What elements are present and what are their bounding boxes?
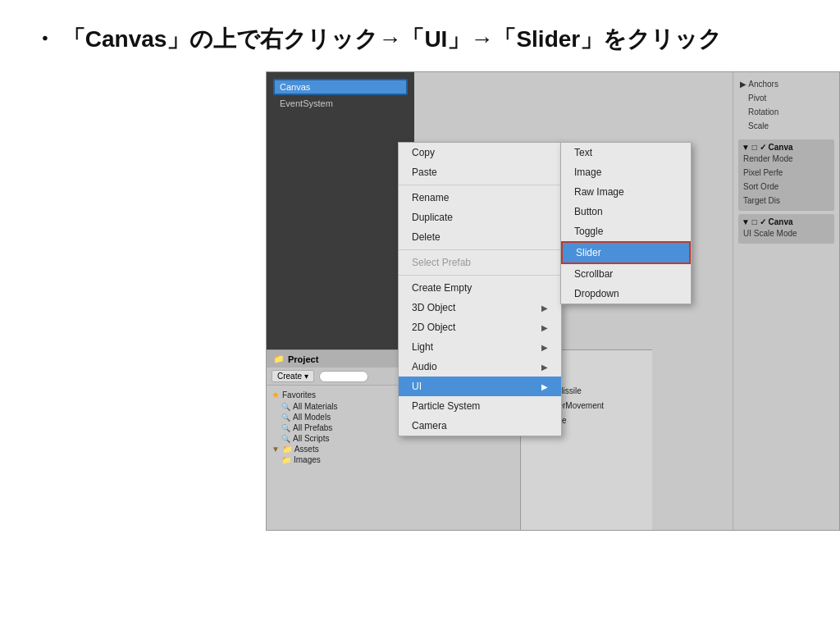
images-folder-icon: 📁 bbox=[281, 455, 291, 464]
light-item[interactable]: Light ▶ bbox=[399, 337, 561, 357]
ui-raw-image-item[interactable]: Raw Image bbox=[561, 182, 691, 202]
search-prefabs-icon: 🔍 bbox=[281, 424, 290, 432]
anchors-row: ▶ Anchors bbox=[738, 77, 834, 91]
separator-2 bbox=[399, 249, 561, 250]
arrow-3d: ▶ bbox=[541, 304, 548, 313]
assets-item[interactable]: ▼ 📁 Assets bbox=[270, 444, 517, 454]
folder-project-icon: 📁 bbox=[273, 354, 285, 364]
arrow-ui: ▶ bbox=[541, 382, 548, 391]
ui-scrollbar-item[interactable]: Scrollbar bbox=[561, 264, 691, 284]
ui-scale-row: UI Scale Mode bbox=[742, 226, 831, 240]
event-system-item[interactable]: EventSystem bbox=[273, 97, 408, 110]
scale-row: Scale bbox=[738, 119, 834, 133]
canvas-checkbox-2: ▼ □ bbox=[742, 217, 757, 226]
submenu-ui: Text Image Raw Image Button Toggle Slide… bbox=[560, 142, 692, 304]
separator-1 bbox=[399, 185, 561, 185]
obj-3d-item[interactable]: 3D Object ▶ bbox=[399, 298, 561, 317]
project-search-input[interactable] bbox=[319, 371, 368, 382]
images-item[interactable]: 📁 Images bbox=[270, 454, 517, 465]
duplicate-item[interactable]: Duplicate bbox=[399, 208, 561, 227]
select-prefab-item: Select Prefab bbox=[399, 253, 561, 272]
ui-dropdown-item[interactable]: Dropdown bbox=[561, 284, 691, 304]
assets-folder-icon: ▼ 📁 bbox=[272, 445, 292, 454]
ui-item[interactable]: UI ▶ bbox=[399, 377, 561, 396]
ui-toggle-item[interactable]: Toggle bbox=[561, 221, 691, 241]
bullet: ・ bbox=[33, 26, 56, 52]
paste-item[interactable]: Paste bbox=[399, 162, 561, 182]
canvas-item[interactable]: Canvas bbox=[273, 79, 408, 95]
pivot-row: Pivot bbox=[738, 91, 834, 105]
pixel-perf-row: Pixel Perfe bbox=[742, 166, 831, 180]
triangle-icon: ▶ bbox=[740, 80, 746, 89]
create-empty-item[interactable]: Create Empty bbox=[399, 278, 561, 298]
copy-item[interactable]: Copy bbox=[399, 143, 561, 162]
ui-text-item[interactable]: Text bbox=[561, 143, 691, 162]
rename-item[interactable]: Rename bbox=[399, 188, 561, 208]
inspector-panel: ▶ Anchors Pivot Rotation Scale ▼ □ ✓ Can… bbox=[733, 72, 839, 530]
delete-item[interactable]: Delete bbox=[399, 227, 561, 247]
rotation-row: Rotation bbox=[738, 105, 834, 119]
title-text: 「Canvas」の上で右クリック→「UI」→「Slider」をクリック bbox=[62, 26, 722, 52]
ui-button-item[interactable]: Button bbox=[561, 202, 691, 221]
create-button[interactable]: Create ▾ bbox=[272, 370, 314, 382]
screenshot-container: Canvas EventSystem ▶ Anchors Pivot Rotat… bbox=[266, 71, 840, 531]
unity-background: Canvas EventSystem ▶ Anchors Pivot Rotat… bbox=[267, 72, 839, 530]
canvas-section-1: ▼ □ ✓ Canva Render Mode Pixel Perfe Sort… bbox=[738, 139, 834, 211]
page-title: ・ 「Canvas」の上で右クリック→「UI」→「Slider」をクリック bbox=[0, 0, 840, 71]
render-mode-row: Render Mode bbox=[742, 152, 831, 166]
target-dis-row: Target Dis bbox=[742, 194, 831, 208]
obj-2d-item[interactable]: 2D Object ▶ bbox=[399, 317, 561, 337]
sort-order-row: Sort Orde bbox=[742, 180, 831, 194]
arrow-light: ▶ bbox=[541, 343, 548, 352]
search-scripts-icon: 🔍 bbox=[281, 435, 290, 443]
context-menu: Copy Paste Rename Duplicate Delete Selec… bbox=[398, 142, 562, 436]
audio-item[interactable]: Audio ▶ bbox=[399, 357, 561, 377]
canvas-section-2: ▼ □ ✓ Canva UI Scale Mode bbox=[738, 214, 834, 244]
particle-system-item[interactable]: Particle System bbox=[399, 396, 561, 416]
star-icon: ★ bbox=[272, 390, 280, 400]
search-models-icon: 🔍 bbox=[281, 413, 290, 422]
ui-slider-item[interactable]: Slider bbox=[561, 241, 691, 264]
ui-image-item[interactable]: Image bbox=[561, 162, 691, 182]
canvas-checkbox-1: ▼ □ bbox=[742, 143, 757, 152]
camera-item[interactable]: Camera bbox=[399, 416, 561, 436]
search-materials-icon: 🔍 bbox=[281, 403, 290, 411]
separator-3 bbox=[399, 275, 561, 276]
arrow-2d: ▶ bbox=[541, 323, 548, 332]
arrow-audio: ▶ bbox=[541, 363, 548, 372]
